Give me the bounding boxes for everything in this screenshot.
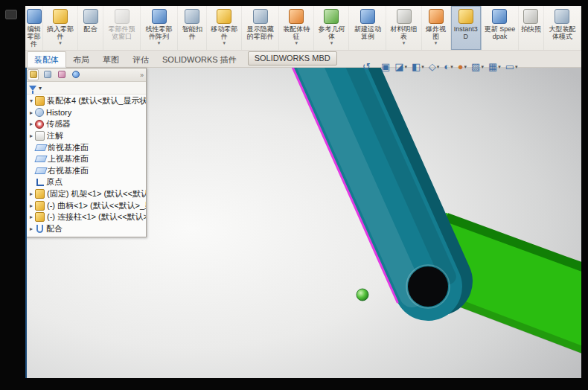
dropdown-arrow-icon[interactable]: ▾ bbox=[498, 64, 501, 70]
tree-item-mates[interactable]: ▸ 配合 bbox=[25, 223, 146, 235]
tab-solidworks-addins[interactable]: SOLIDWORKS 插件 bbox=[156, 52, 243, 67]
tab-solidworks-mbd[interactable]: SOLIDWORKS MBD bbox=[248, 51, 337, 65]
bore-hole[interactable] bbox=[408, 266, 448, 307]
large-assembly-mode-button[interactable]: 大型装配体模式 bbox=[544, 6, 581, 50]
dropdown-arrow-icon[interactable]: ▾ bbox=[481, 64, 484, 70]
expand-arrow-icon[interactable]: ▸ bbox=[28, 202, 35, 209]
mate-button[interactable]: 配合 bbox=[78, 6, 103, 50]
view-settings-button[interactable]: ▦ ▾ bbox=[486, 61, 503, 73]
tab-layout[interactable]: 布局 bbox=[66, 52, 96, 67]
view-orientation-icon: ◧ bbox=[412, 62, 421, 72]
take-snapshot-button[interactable]: 拍快照 bbox=[519, 6, 544, 50]
dropdown-arrow-icon[interactable]: ▾ bbox=[223, 40, 226, 46]
tab-assembly[interactable]: 装配体 bbox=[27, 51, 66, 68]
screen-icon: ▭ bbox=[505, 62, 514, 72]
tree-item-origin[interactable]: 原点 bbox=[25, 176, 146, 188]
feature-manager-tab[interactable] bbox=[28, 69, 39, 80]
expand-arrow-icon[interactable]: ▸ bbox=[28, 121, 35, 127]
apply-scene-button[interactable]: ▨ ▾ bbox=[469, 61, 486, 73]
dropdown-arrow-icon[interactable]: ▾ bbox=[437, 64, 440, 70]
expand-arrow-icon[interactable]: ▸ bbox=[28, 214, 35, 220]
dropdown-arrow-icon[interactable]: ▾ bbox=[330, 40, 333, 46]
display-style-icon: ◇ bbox=[429, 62, 436, 72]
display-manager-icon bbox=[72, 71, 80, 78]
update-speedpak-icon bbox=[492, 9, 507, 24]
expand-arrow-icon[interactable]: ▸ bbox=[28, 191, 35, 197]
property-manager-icon bbox=[44, 71, 51, 78]
part-icon bbox=[35, 212, 45, 222]
origin-icon bbox=[36, 179, 44, 186]
expand-arrow-icon[interactable]: ▸ bbox=[28, 109, 35, 116]
tree-item-connector-part[interactable]: ▸ (-) 连接柱<1> (默认<<默认>_显示 bbox=[25, 211, 146, 223]
tree-item-top-plane[interactable]: 上视基准面 bbox=[25, 153, 146, 165]
dropdown-arrow-icon[interactable]: ▾ bbox=[39, 85, 42, 92]
reference-geometry-icon bbox=[324, 9, 339, 24]
tree-item-annotations[interactable]: ▸ 注解 bbox=[25, 130, 146, 142]
heads-up-view-toolbar: ↺ ▣ ◪ ▾ ◧ ▾ ◇ ▾ ◐ ▾ ● ▾ ▨ ▾ ▦ bbox=[360, 60, 520, 74]
dropdown-arrow-icon[interactable]: ▾ bbox=[435, 40, 438, 46]
view-orientation-button[interactable]: ◧ ▾ bbox=[409, 61, 426, 73]
tree-filter-bar[interactable]: ▾ bbox=[25, 82, 146, 95]
edit-appearance-button[interactable]: ● ▾ bbox=[456, 61, 469, 73]
part-icon bbox=[35, 201, 45, 211]
hide-show-items-button[interactable]: ◐ ▾ bbox=[441, 61, 455, 73]
update-speedpak-button[interactable]: 更新 Speedpak bbox=[482, 6, 519, 50]
button-label: 编辑零部件 bbox=[26, 25, 42, 48]
mate-icon bbox=[83, 9, 98, 24]
show-hidden-components-button[interactable]: 显示隐藏的零部件 bbox=[242, 6, 279, 50]
tree-item-sensors[interactable]: ▸ 传感器 bbox=[25, 118, 146, 130]
dropdown-arrow-icon[interactable]: ▾ bbox=[59, 40, 62, 46]
section-view-button[interactable]: ◪ ▾ bbox=[392, 61, 409, 73]
tree-item-frame-part[interactable]: ▸ (固定) 机架<1> (默认<<默认>_显示 bbox=[25, 188, 146, 200]
apply-scene-icon: ▨ bbox=[471, 62, 480, 72]
assembly-features-button[interactable]: 装配体特征 ▾ bbox=[279, 6, 314, 50]
tree-item-right-plane[interactable]: 右视基准面 bbox=[25, 165, 146, 177]
tree-item-assembly-root[interactable]: ▾ 装配体4 (默认<默认_显示状态-1>) bbox=[25, 95, 146, 107]
instant3d-button[interactable]: Instant3D bbox=[451, 6, 482, 50]
smart-fasteners-icon bbox=[185, 9, 199, 24]
solidworks-window: 编辑零部件 插入零部件 ▾ 配合 零部件预览窗口 线性零部件阵列 ▾ 智能扣件 … bbox=[25, 6, 581, 378]
panel-left-edge bbox=[25, 68, 27, 378]
linear-component-pattern-button[interactable]: 线性零部件阵列 ▾ bbox=[141, 6, 178, 50]
expand-arrow-icon[interactable]: ▸ bbox=[28, 226, 35, 232]
expand-arrow-icon[interactable]: ▾ bbox=[28, 98, 35, 104]
new-motion-study-icon bbox=[360, 9, 375, 24]
assembly-features-icon bbox=[289, 9, 304, 24]
dropdown-arrow-icon[interactable]: ▾ bbox=[158, 40, 161, 46]
previous-view-button[interactable]: ↺ bbox=[360, 61, 373, 73]
feature-manager-panel: » ▾ ▾ 装配体4 (默认<默认_显示状态-1>) ▸ History ▸ 传… bbox=[25, 68, 147, 237]
smart-fasteners-button[interactable]: 智能扣件 bbox=[178, 6, 207, 50]
panel-expand-chevron-icon[interactable]: » bbox=[140, 71, 144, 79]
bill-of-materials-button[interactable]: 材料明细表 ▾ bbox=[386, 6, 421, 50]
screen-button[interactable]: ▭ ▾ bbox=[503, 61, 520, 73]
part-icon bbox=[35, 189, 45, 199]
move-component-button[interactable]: 移动零部件 ▾ bbox=[207, 6, 242, 50]
tree-item-crank-part[interactable]: ▸ (-) 曲柄<1> (默认<<默认>_显示状 bbox=[25, 199, 146, 211]
dropdown-arrow-icon[interactable]: ▾ bbox=[464, 64, 467, 70]
insert-component-button[interactable]: 插入零部件 ▾ bbox=[43, 6, 78, 50]
joint-ball[interactable] bbox=[357, 289, 368, 301]
new-motion-study-button[interactable]: 新建运动算例 bbox=[349, 6, 386, 50]
zoom-fit-button[interactable]: ▣ bbox=[379, 61, 392, 73]
configuration-manager-tab[interactable] bbox=[56, 69, 67, 80]
property-manager-tab[interactable] bbox=[42, 69, 53, 80]
tab-sketch[interactable]: 草图 bbox=[96, 52, 126, 67]
dropdown-arrow-icon[interactable]: ▾ bbox=[403, 40, 406, 46]
dropdown-arrow-icon[interactable]: ▾ bbox=[405, 64, 408, 70]
edit-component-button[interactable]: 编辑零部件 bbox=[25, 6, 43, 50]
display-style-button[interactable]: ◇ ▾ bbox=[426, 61, 442, 73]
tree-item-history[interactable]: ▸ History bbox=[25, 107, 146, 119]
display-manager-tab[interactable] bbox=[70, 69, 81, 80]
feature-tree: ▾ 装配体4 (默认<默认_显示状态-1>) ▸ History ▸ 传感器 ▸… bbox=[25, 95, 146, 234]
hide-show-items-icon: ◐ bbox=[444, 62, 450, 72]
expand-arrow-icon[interactable]: ▸ bbox=[28, 132, 35, 139]
tree-item-front-plane[interactable]: 前视基准面 bbox=[25, 141, 146, 153]
dropdown-arrow-icon[interactable]: ▾ bbox=[450, 64, 453, 70]
dropdown-arrow-icon[interactable]: ▾ bbox=[295, 40, 298, 46]
tab-evaluate[interactable]: 评估 bbox=[126, 52, 156, 67]
reference-geometry-button[interactable]: 参考几何体 ▾ bbox=[314, 6, 349, 50]
large-assembly-mode-icon bbox=[555, 9, 569, 24]
dropdown-arrow-icon[interactable]: ▾ bbox=[515, 64, 518, 70]
exploded-view-button[interactable]: 爆炸视图 ▾ bbox=[422, 6, 451, 50]
dropdown-arrow-icon[interactable]: ▾ bbox=[421, 64, 424, 70]
